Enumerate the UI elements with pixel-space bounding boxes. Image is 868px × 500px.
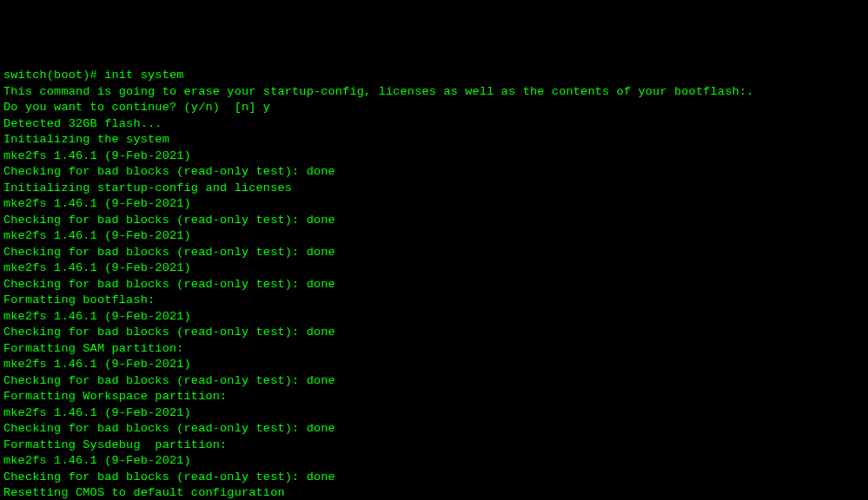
terminal-line: mke2fs 1.46.1 (9-Feb-2021) xyxy=(3,453,865,470)
terminal-line: Checking for bad blocks (read-only test)… xyxy=(3,470,865,486)
terminal-line: Checking for bad blocks (read-only test)… xyxy=(3,277,865,293)
terminal-line: Do you want to continue? (y/n) [n] y xyxy=(3,100,865,116)
terminal-line: Formatting bootflash: xyxy=(3,293,865,309)
terminal-line: Checking for bad blocks (read-only test)… xyxy=(3,213,865,229)
terminal-line: mke2fs 1.46.1 (9-Feb-2021) xyxy=(3,357,865,373)
terminal-output[interactable]: switch(boot)# init systemThis command is… xyxy=(3,68,865,500)
terminal-line: Resetting CMOS to default configuration xyxy=(3,485,865,500)
terminal-line: Formatting SAM partition: xyxy=(3,341,865,358)
terminal-line: Checking for bad blocks (read-only test)… xyxy=(3,373,865,390)
terminal-line: Formatting Sysdebug partition: xyxy=(3,438,865,454)
terminal-line: Checking for bad blocks (read-only test)… xyxy=(3,421,865,438)
terminal-line: mke2fs 1.46.1 (9-Feb-2021) xyxy=(3,309,865,326)
terminal-line: mke2fs 1.46.1 (9-Feb-2021) xyxy=(3,196,865,213)
terminal-line: switch(boot)# init system xyxy=(3,68,865,84)
terminal-line: Checking for bad blocks (read-only test)… xyxy=(3,325,865,341)
terminal-line: Initializing the system xyxy=(3,132,865,148)
terminal-line: Checking for bad blocks (read-only test)… xyxy=(3,164,865,181)
terminal-line: This command is going to erase your star… xyxy=(3,84,865,101)
terminal-line: mke2fs 1.46.1 (9-Feb-2021) xyxy=(3,148,865,165)
terminal-line: mke2fs 1.46.1 (9-Feb-2021) xyxy=(3,228,865,245)
terminal-line: mke2fs 1.46.1 (9-Feb-2021) xyxy=(3,260,865,277)
terminal-line: Detected 32GB flash... xyxy=(3,116,865,133)
terminal-line: Checking for bad blocks (read-only test)… xyxy=(3,245,865,261)
terminal-line: Initializing startup-config and licenses xyxy=(3,181,865,197)
terminal-line: mke2fs 1.46.1 (9-Feb-2021) xyxy=(3,405,865,422)
terminal-line: Formatting Workspace partition: xyxy=(3,389,865,405)
